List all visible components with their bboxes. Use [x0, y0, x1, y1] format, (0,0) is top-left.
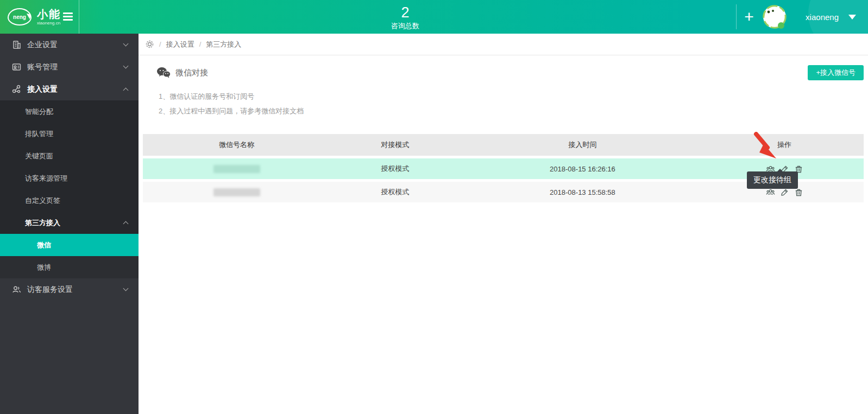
- wechat-icon: [156, 67, 171, 79]
- breadcrumb-separator: /: [159, 40, 161, 48]
- sidebar-item-account-management[interactable]: 账号管理: [0, 56, 139, 78]
- sidebar-item-visitor-service-settings[interactable]: 访客服务设置: [0, 278, 139, 301]
- breadcrumb: / 接入设置 / 第三方接入: [139, 34, 868, 55]
- delete-icon[interactable]: [794, 188, 803, 197]
- mode-cell: 授权模式: [330, 164, 460, 174]
- chevron-down-icon: [123, 41, 129, 47]
- column-header-mode: 对接模式: [330, 140, 460, 150]
- sidebar-item-third-party-access[interactable]: 第三方接入: [0, 212, 139, 234]
- actions-cell: [705, 188, 864, 197]
- breadcrumb-separator: /: [199, 40, 202, 48]
- table-header-row: 微信号名称 对接模式 接入时间 操作: [143, 134, 864, 156]
- redacted-wechat-name: [213, 165, 260, 173]
- sidebar-item-queue-management[interactable]: 排队管理: [0, 123, 139, 145]
- breadcrumb-access-settings[interactable]: 接入设置: [166, 40, 194, 49]
- consultation-stat: 2 咨询总数: [391, 4, 419, 31]
- gear-icon[interactable]: [145, 40, 154, 49]
- edit-icon[interactable]: [780, 188, 789, 197]
- people-icon: [12, 285, 21, 294]
- stat-value: 2: [391, 4, 419, 21]
- sidebar-item-label: 访客服务设置: [27, 285, 73, 295]
- sidebar-item-label: 企业设置: [27, 40, 58, 50]
- sidebar-item-label: 微信: [37, 240, 51, 250]
- sidebar-item-key-pages[interactable]: 关键页面: [0, 145, 139, 167]
- instruction-line: 1、微信认证的服务号和订阅号: [159, 89, 864, 104]
- mode-cell: 授权模式: [330, 187, 460, 197]
- column-header-name: 微信号名称: [143, 140, 330, 150]
- hamburger-menu-icon[interactable]: [63, 12, 73, 22]
- logo-badge-text: neng: [13, 14, 26, 20]
- instructions: 1、微信认证的服务号和订阅号 2、接入过程中遇到问题，请参考微信对接文档: [159, 89, 864, 118]
- time-cell: 2018-08-15 16:26:16: [460, 165, 705, 173]
- column-header-time: 接入时间: [460, 140, 705, 150]
- page-title: 微信对接: [175, 68, 208, 78]
- logo-bubble-icon: neng: [8, 8, 32, 26]
- user-menu-chevron-down-icon[interactable]: [848, 15, 856, 23]
- sidebar: 企业设置 账号管理 接入设置 智能分配 排队管理 关键页面 访客来源管理 自定义…: [0, 34, 139, 414]
- stat-label: 咨询总数: [391, 21, 419, 31]
- breadcrumb-third-party-access[interactable]: 第三方接入: [206, 40, 241, 49]
- header-divider: [79, 0, 79, 34]
- add-wechat-account-button[interactable]: +接入微信号: [808, 65, 864, 80]
- header-right-controls: + xiaoneng: [736, 0, 868, 34]
- sidebar-item-visitor-source-management[interactable]: 访客来源管理: [0, 167, 139, 189]
- sidebar-item-weibo[interactable]: 微博: [0, 256, 139, 278]
- chevron-up-icon: [123, 221, 129, 227]
- id-card-icon: [12, 62, 21, 72]
- sidebar-item-label: 微博: [37, 263, 51, 272]
- sidebar-item-enterprise-settings[interactable]: 企业设置: [0, 34, 139, 56]
- chevron-down-icon: [123, 286, 129, 291]
- sidebar-item-label: 关键页面: [25, 151, 53, 161]
- redacted-wechat-name: [213, 188, 260, 196]
- sidebar-item-smart-allocation[interactable]: 智能分配: [0, 100, 139, 123]
- change-reception-group-icon[interactable]: [766, 188, 775, 197]
- tooltip-change-reception-group: 更改接待组: [747, 171, 798, 189]
- chevron-up-icon: [123, 88, 129, 93]
- building-icon: [12, 40, 21, 49]
- content-area: / 接入设置 / 第三方接入 微信对接 +接入微信号 1、微信认证的服务号和订阅…: [139, 34, 868, 414]
- sidebar-item-custom-tabs[interactable]: 自定义页签: [0, 189, 139, 212]
- wechat-accounts-table: 微信号名称 对接模式 接入时间 操作 授权模式 2018-08-15 16:26…: [143, 134, 864, 202]
- time-cell: 2018-08-13 15:58:58: [460, 188, 705, 196]
- sidebar-item-access-settings[interactable]: 接入设置: [0, 78, 139, 100]
- sidebar-item-label: 账号管理: [27, 62, 58, 72]
- add-button[interactable]: +: [737, 1, 762, 33]
- logo-text: 小能: [37, 9, 61, 20]
- instruction-line: 2、接入过程中遇到问题，请参考微信对接文档: [159, 104, 864, 118]
- sidebar-item-label: 排队管理: [25, 129, 53, 139]
- logo-subtext: xiaoneng.cn: [37, 21, 61, 26]
- top-header: neng 小能 xiaoneng.cn 2 咨询总数 + xiaoneng: [0, 0, 868, 34]
- sidebar-item-label: 访客来源管理: [25, 174, 67, 183]
- sidebar-item-label: 接入设置: [27, 85, 58, 94]
- sidebar-item-label: 智能分配: [25, 107, 53, 117]
- share-nodes-icon: [12, 85, 21, 94]
- chevron-down-icon: [123, 63, 129, 69]
- username: xiaoneng: [806, 12, 839, 22]
- column-header-actions: 操作: [705, 140, 864, 150]
- sidebar-item-label: 自定义页签: [25, 196, 60, 206]
- sidebar-item-wechat[interactable]: 微信: [0, 234, 139, 256]
- avatar[interactable]: [763, 5, 787, 29]
- sidebar-item-label: 第三方接入: [25, 218, 60, 228]
